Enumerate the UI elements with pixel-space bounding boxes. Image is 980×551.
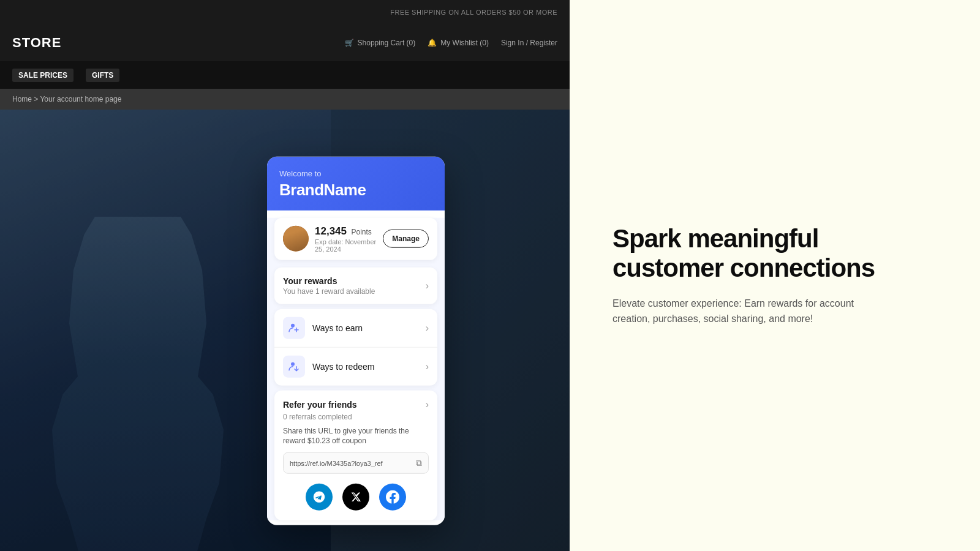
brand-name: BrandName: [279, 180, 432, 199]
svg-point-0: [291, 323, 295, 327]
ways-section: Ways to earn ›: [274, 309, 437, 385]
nav-item-gifts[interactable]: GIFTS: [86, 69, 119, 82]
ways-to-redeem-chevron: ›: [426, 361, 429, 372]
points-expiry: Exp date: November 25, 2024: [315, 238, 377, 252]
points-unit: Points: [351, 227, 371, 236]
modal-header: Welcome to BrandName: [267, 156, 445, 210]
store-header: STORE 🛒 Shopping Cart (0) 🔔 My Wishlist …: [0, 24, 570, 61]
x-share-button[interactable]: [342, 484, 369, 511]
manage-button[interactable]: Manage: [383, 230, 429, 248]
cart-icon: 🛒: [345, 39, 354, 47]
points-info: 12,345 Points Exp date: November 25, 202…: [315, 225, 377, 252]
refer-description: Share this URL to give your friends the …: [283, 425, 429, 446]
right-panel-heading: Spark meaningfulcustomer connections: [612, 224, 937, 283]
modal-overlay: Welcome to BrandName 12,345 Points: [0, 110, 570, 551]
cart-icon-item[interactable]: 🛒 Shopping Cart (0): [345, 39, 416, 47]
rewards-chevron: ›: [426, 280, 429, 291]
breadcrumb: Home > Your account home page: [0, 89, 570, 110]
rewards-subtitle: You have 1 reward available: [283, 287, 375, 295]
top-announcement-bar: FREE SHIPPING ON ALL ORDERS $50 OR MORE: [0, 0, 570, 24]
refer-section: Refer your friends › 0 referrals complet…: [274, 390, 437, 520]
rewards-title: Your rewards: [283, 276, 375, 285]
refer-header: Refer your friends ›: [283, 399, 429, 410]
wishlist-icon: 🔔: [428, 39, 437, 47]
ways-to-earn-row[interactable]: Ways to earn ›: [274, 309, 437, 347]
cart-label: Shopping Cart (0): [358, 39, 416, 47]
points-number: 12,345: [315, 225, 347, 236]
copy-icon[interactable]: ⧉: [416, 458, 422, 468]
telegram-icon: [312, 490, 326, 504]
signin-item[interactable]: Sign In / Register: [501, 39, 557, 47]
wishlist-label: My Wishlist (0): [440, 39, 489, 47]
wishlist-icon-item[interactable]: 🔔 My Wishlist (0): [428, 39, 489, 47]
breadcrumb-text: Home > Your account home page: [12, 95, 121, 103]
facebook-icon: [386, 490, 399, 504]
store-content-area: Welcome to BrandName 12,345 Points: [0, 110, 570, 551]
store-logo: STORE: [12, 35, 61, 51]
svg-point-3: [291, 362, 295, 365]
rewards-section: Your rewards You have 1 reward available…: [274, 267, 437, 304]
rewards-row-left: Your rewards You have 1 reward available: [283, 276, 375, 295]
nav-item-sale[interactable]: SALE PRICES: [12, 69, 74, 82]
ways-to-earn-icon-box: [283, 317, 305, 339]
announcement-text: FREE SHIPPING ON ALL ORDERS $50 OR MORE: [390, 9, 557, 16]
ways-to-redeem-icon-box: [283, 355, 305, 377]
social-share: [283, 481, 429, 512]
refer-count: 0 referrals completed: [283, 412, 429, 421]
welcome-label: Welcome to: [279, 168, 432, 178]
right-panel-subtext: Elevate customer experience: Earn reward…: [612, 296, 858, 327]
modal-body: 12,345 Points Exp date: November 25, 202…: [267, 217, 445, 520]
refer-url-text: https://ref.io/M3435a?loya3_ref: [290, 459, 416, 467]
right-panel: Spark meaningfulcustomer connections Ele…: [570, 0, 980, 551]
rewards-modal: Welcome to BrandName 12,345 Points: [267, 156, 445, 525]
refer-title: Refer your friends: [283, 399, 357, 409]
rewards-row[interactable]: Your rewards You have 1 reward available…: [274, 267, 437, 304]
refer-url-box: https://ref.io/M3435a?loya3_ref ⧉: [283, 452, 429, 474]
ways-to-redeem-label: Ways to redeem: [312, 361, 418, 371]
facebook-share-button[interactable]: [379, 484, 406, 511]
points-card: 12,345 Points Exp date: November 25, 202…: [274, 217, 437, 260]
avatar-face: [283, 226, 309, 252]
points-value: 12,345 Points: [315, 225, 377, 237]
avatar: [283, 226, 309, 252]
refer-chevron: ›: [426, 399, 429, 410]
telegram-share-button[interactable]: [306, 484, 333, 511]
earn-icon: [288, 321, 300, 334]
store-nav: SALE PRICES GIFTS: [0, 61, 570, 89]
signin-label: Sign In / Register: [501, 39, 557, 47]
store-background: FREE SHIPPING ON ALL ORDERS $50 OR MORE …: [0, 0, 570, 551]
redeem-icon: [288, 360, 300, 372]
header-icons: 🛒 Shopping Cart (0) 🔔 My Wishlist (0) Si…: [345, 39, 557, 47]
ways-to-earn-label: Ways to earn: [312, 323, 418, 332]
ways-to-earn-chevron: ›: [426, 322, 429, 333]
x-icon: [350, 492, 361, 503]
ways-to-redeem-row[interactable]: Ways to redeem ›: [274, 347, 437, 385]
